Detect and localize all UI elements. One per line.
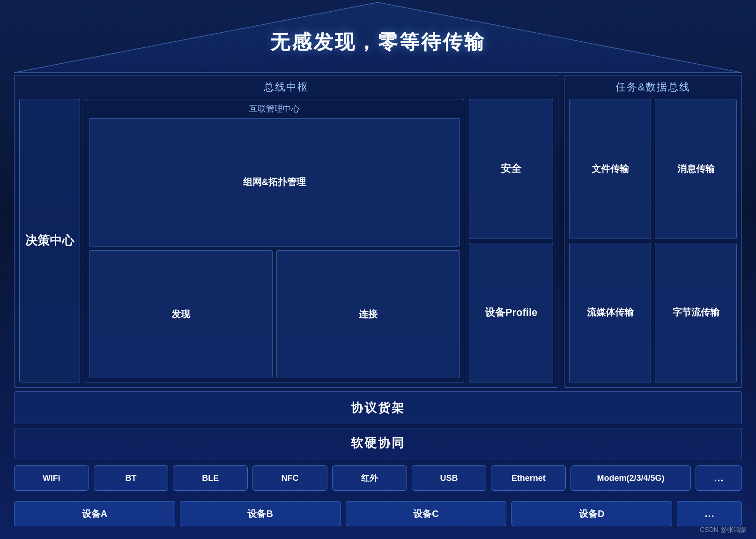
- roof-section: 无感发现，零等待传输: [14, 0, 742, 75]
- proto-wifi: WiFi: [14, 465, 89, 491]
- bus-hub-inner: 决策中心 互联管理中心 组网&拓扑管理 发现 连接 安全 设备Profile: [19, 99, 553, 382]
- interconnect-title: 互联管理中心: [89, 103, 460, 114]
- proto-bt: BT: [94, 465, 169, 491]
- interconnect-management: 互联管理中心 组网&拓扑管理 发现 连接: [85, 99, 464, 382]
- device-d: 设备D: [511, 501, 672, 526]
- proto-modem: Modem(2/3/4/5G): [571, 465, 691, 491]
- proto-nfc: NFC: [252, 465, 327, 491]
- security-column: 安全 设备Profile: [469, 99, 553, 382]
- interconnect-grid: 组网&拓扑管理 发现 连接: [89, 118, 460, 378]
- device-profile-box: 设备Profile: [469, 243, 553, 383]
- discovery-cell: 发现: [89, 250, 273, 379]
- proto-ethernet: Ethernet: [491, 465, 566, 491]
- connection-cell: 连接: [276, 250, 460, 379]
- security-box: 安全: [469, 99, 553, 239]
- message-transfer-cell: 消息传输: [655, 99, 737, 239]
- device-a: 设备A: [14, 501, 175, 526]
- proto-more: …: [696, 465, 742, 491]
- page-title: 无感发现，零等待传输: [270, 29, 486, 55]
- protocol-shelf: 协议货架: [14, 391, 742, 424]
- bus-hub-title: 总线中枢: [19, 80, 553, 94]
- decision-center: 决策中心: [19, 99, 80, 382]
- bus-hub: 总线中枢 决策中心 互联管理中心 组网&拓扑管理 发现 连接: [14, 75, 558, 388]
- task-bus-grid: 文件传输 消息传输 流媒体传输 字节流传输: [569, 99, 737, 382]
- byte-transfer-cell: 字节流传输: [655, 243, 737, 383]
- task-data-bus: 任务&数据总线 文件传输 消息传输 流媒体传输 字节流传输: [564, 75, 742, 388]
- device-more: …: [677, 501, 742, 526]
- hw-sw-collaboration: 软硬协同: [14, 428, 742, 458]
- main-container: 无感发现，零等待传输 总线中枢 决策中心 互联管理中心 组网&拓扑管理 发现 连…: [0, 0, 756, 539]
- proto-usb: USB: [412, 465, 487, 491]
- device-c: 设备C: [346, 501, 507, 526]
- watermark: CSDN @张鸿蒙: [700, 526, 747, 534]
- topology-cell: 组网&拓扑管理: [89, 118, 460, 247]
- proto-ble: BLE: [173, 465, 248, 491]
- device-b: 设备B: [180, 501, 341, 526]
- arch-section: 总线中枢 决策中心 互联管理中心 组网&拓扑管理 发现 连接: [14, 75, 742, 388]
- proto-infrared: 红外: [332, 465, 407, 491]
- protocol-shelf-label: 协议货架: [351, 400, 405, 416]
- file-transfer-cell: 文件传输: [569, 99, 651, 239]
- task-bus-title: 任务&数据总线: [569, 80, 737, 94]
- protocol-tags-row: WiFi BT BLE NFC 红外 USB Ethernet Modem(2/…: [14, 462, 742, 494]
- hw-sw-label: 软硬协同: [351, 435, 405, 451]
- stream-transfer-cell: 流媒体传输: [569, 243, 651, 383]
- device-row: 设备A 设备B 设备C 设备D …: [14, 498, 742, 530]
